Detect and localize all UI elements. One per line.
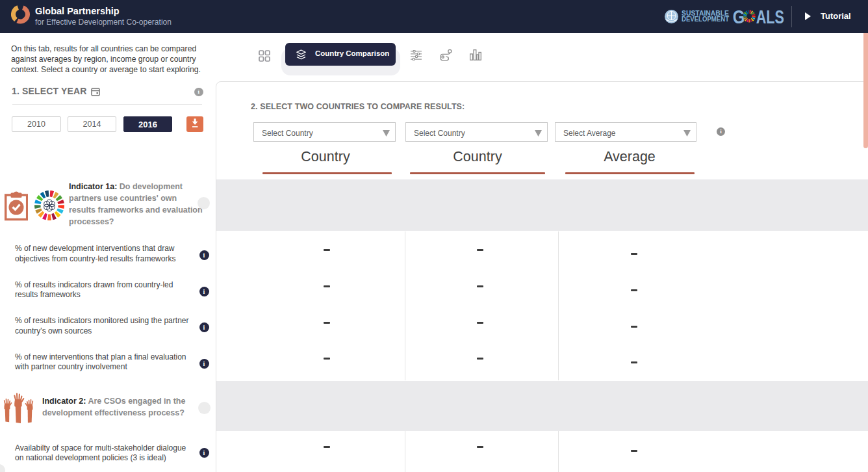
svg-text:G: G bbox=[733, 8, 745, 27]
svg-text:ALS: ALS bbox=[756, 8, 784, 27]
svg-text:DEVELOPMENT: DEVELOPMENT bbox=[682, 15, 730, 23]
